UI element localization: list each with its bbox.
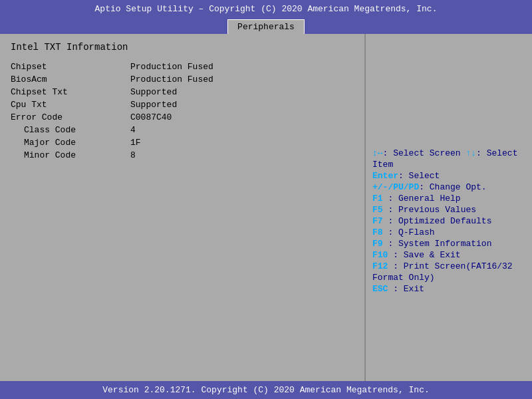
value-chipset: Production Fused	[130, 62, 213, 72]
table-row: BiosAcm Production Fused	[11, 74, 354, 84]
value-major-code: 1F	[130, 138, 141, 148]
help-row-f1: F1 : General Help	[372, 194, 525, 203]
value-biosacm: Production Fused	[130, 74, 213, 84]
help-row-f5: F5 : Previous Values	[372, 205, 525, 215]
label-biosacm: BiosAcm	[11, 74, 130, 84]
help-row-esc: ESC : Exit	[372, 284, 525, 294]
value-minor-code: 8	[130, 150, 136, 160]
help-row-navigate: ↕↔: Select Screen ↑↓: Select	[372, 148, 525, 158]
title-text: Aptio Setup Utility – Copyright (C) 2020…	[95, 4, 438, 14]
label-error-code: Error Code	[11, 112, 130, 122]
key-f9: F9	[372, 239, 383, 249]
bottom-bar: Version 2.20.1271. Copyright (C) 2020 Am…	[0, 381, 532, 399]
key-f5: F5	[372, 205, 383, 215]
help-row-f10: F10 : Save & Exit	[372, 250, 525, 260]
section-title: Intel TXT Information	[11, 42, 354, 53]
label-chipset: Chipset	[11, 62, 130, 72]
table-row: Error Code C0087C40	[11, 112, 354, 122]
help-row-enter: Enter: Select	[372, 171, 525, 181]
key-arrows: ↕↔	[372, 148, 383, 158]
help-row-change: +/-/PU/PD: Change Opt.	[372, 182, 525, 192]
key-f8: F8	[372, 227, 383, 237]
left-panel: Intel TXT Information Chipset Production…	[0, 34, 366, 381]
label-major-code: Major Code	[11, 138, 130, 148]
key-enter: Enter	[372, 171, 398, 181]
bios-setup-utility: Aptio Setup Utility – Copyright (C) 2020…	[0, 0, 532, 399]
title-bar: Aptio Setup Utility – Copyright (C) 2020…	[0, 0, 532, 18]
key-f10: F10	[372, 250, 388, 260]
help-row-item: Item	[372, 160, 525, 170]
key-plusminus: +/-/PU/PD	[372, 182, 419, 192]
table-row: Chipset Production Fused	[11, 62, 354, 72]
table-row: Class Code 4	[11, 125, 354, 135]
help-section: ↕↔: Select Screen ↑↓: Select Item Enter:…	[372, 148, 525, 294]
help-row-format: Format Only)	[372, 273, 525, 283]
tab-peripherals[interactable]: Peripherals	[227, 19, 305, 34]
label-chipset-txt: Chipset Txt	[11, 87, 130, 97]
table-row: Major Code 1F	[11, 138, 354, 148]
help-row-f9: F9 : System Information	[372, 239, 525, 249]
table-row: Cpu Txt Supported	[11, 100, 354, 110]
main-content: Intel TXT Information Chipset Production…	[0, 34, 532, 381]
label-minor-code: Minor Code	[11, 150, 130, 160]
value-chipset-txt: Supported	[130, 87, 177, 97]
table-row: Chipset Txt Supported	[11, 87, 354, 97]
label-cpu-txt: Cpu Txt	[11, 100, 130, 110]
help-row-f8: F8 : Q-Flash	[372, 227, 525, 237]
value-class-code: 4	[130, 125, 136, 135]
version-text: Version 2.20.1271. Copyright (C) 2020 Am…	[102, 385, 429, 395]
key-updown: ↑↓	[466, 148, 476, 158]
help-row-f12: F12 : Print Screen(FAT16/32	[372, 261, 525, 271]
help-row-f7: F7 : Optimized Defaults	[372, 216, 525, 226]
key-f7: F7	[372, 216, 383, 226]
key-f1: F1	[372, 194, 383, 203]
right-panel: ↕↔: Select Screen ↑↓: Select Item Enter:…	[366, 34, 532, 381]
table-row: Minor Code 8	[11, 150, 354, 160]
key-f12: F12	[372, 261, 388, 271]
right-panel-upper	[372, 42, 525, 148]
key-esc: ESC	[372, 284, 388, 294]
tab-bar: Peripherals	[0, 18, 532, 34]
label-class-code: Class Code	[11, 125, 130, 135]
value-cpu-txt: Supported	[130, 100, 177, 110]
value-error-code: C0087C40	[130, 112, 172, 122]
